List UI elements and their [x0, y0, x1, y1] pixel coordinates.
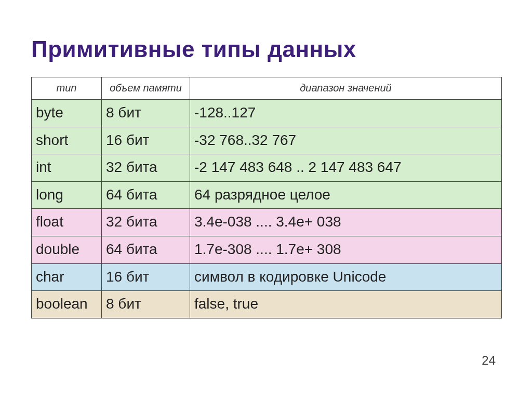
cell-range: -128..127 [190, 100, 502, 127]
cell-type: byte [32, 100, 102, 127]
header-size: объем памяти [102, 77, 190, 100]
table-row: char 16 бит символ в кодировке Unicode [32, 263, 502, 291]
header-type: тип [32, 77, 102, 100]
table-row: int 32 бита -2 147 483 648 .. 2 147 483 … [32, 154, 502, 182]
page-number: 24 [482, 353, 496, 368]
cell-range: false, true [190, 291, 502, 318]
cell-size: 8 бит [102, 100, 190, 127]
table-row: boolean 8 бит false, true [32, 291, 502, 318]
table-row: byte 8 бит -128..127 [32, 100, 502, 127]
cell-type: short [32, 127, 102, 154]
table-row: double 64 бита 1.7e-308 .... 1.7e+ 308 [32, 236, 502, 263]
table-row: float 32 бита 3.4e-038 .... 3.4e+ 038 [32, 209, 502, 236]
slide-title: Примитивные типы данных [31, 36, 501, 62]
table-header-row: тип объем памяти диапазон значений [32, 77, 502, 100]
cell-size: 16 бит [102, 127, 190, 154]
cell-size: 64 бита [102, 181, 190, 209]
datatypes-table: тип объем памяти диапазон значений byte … [31, 77, 502, 318]
cell-range: -32 768..32 767 [190, 127, 502, 154]
cell-size: 32 бита [102, 154, 190, 182]
cell-type: int [32, 154, 102, 182]
cell-size: 64 бита [102, 236, 190, 263]
cell-size: 8 бит [102, 291, 190, 318]
table-row: long 64 бита 64 разрядное целое [32, 181, 502, 209]
cell-range: -2 147 483 648 .. 2 147 483 647 [190, 154, 502, 182]
cell-type: boolean [32, 291, 102, 318]
cell-size: 32 бита [102, 209, 190, 236]
cell-type: long [32, 181, 102, 209]
cell-size: 16 бит [102, 263, 190, 291]
header-range: диапазон значений [190, 77, 502, 100]
slide: Примитивные типы данных тип объем памяти… [0, 0, 532, 399]
cell-range: 1.7e-308 .... 1.7e+ 308 [190, 236, 502, 263]
cell-range: 3.4e-038 .... 3.4e+ 038 [190, 209, 502, 236]
cell-type: float [32, 209, 102, 236]
cell-type: double [32, 236, 102, 263]
cell-range: 64 разрядное целое [190, 181, 502, 209]
cell-type: char [32, 263, 102, 291]
cell-range: символ в кодировке Unicode [190, 263, 502, 291]
table-row: short 16 бит -32 768..32 767 [32, 127, 502, 154]
